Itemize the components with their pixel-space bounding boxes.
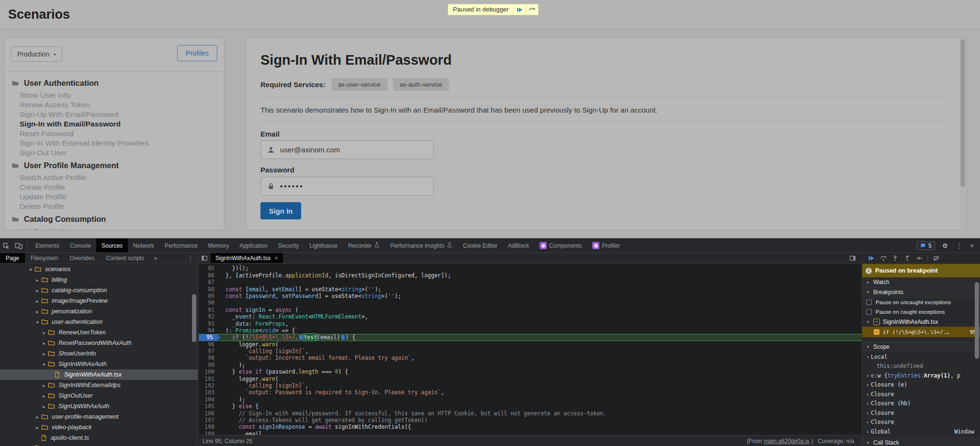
step-button[interactable] (913, 253, 925, 263)
line-number[interactable]: 90 (199, 299, 221, 306)
code-content[interactable]: logger.warn( (221, 376, 279, 382)
code-content[interactable]: const [password, setPassword] = useState… (221, 293, 401, 299)
more-options-button[interactable]: ⋮ (955, 241, 964, 250)
deactivate-breakpoints-button[interactable] (930, 253, 942, 263)
line-number[interactable]: 105 (199, 403, 221, 410)
tab-application[interactable]: Application (234, 239, 273, 252)
line-number[interactable]: 91 (199, 307, 221, 313)
line-number[interactable]: 106 (199, 410, 221, 417)
tree-folder-user-profile-management[interactable]: ▸user-profile-management (0, 412, 198, 422)
sidebar-item-sign-in-with-email-password[interactable]: Sign-In with Email/Password (20, 119, 224, 129)
password-field[interactable]: •••••• (260, 177, 434, 195)
toggle-debugger-sidebar-icon[interactable] (846, 255, 859, 262)
tab-network[interactable]: Network (128, 239, 159, 252)
sidebar-item-update-profile[interactable]: Update Profile (20, 192, 224, 202)
scope-row[interactable]: ▸GlobalWindow (862, 427, 980, 436)
tab-memory[interactable]: Memory (203, 239, 234, 252)
code-content[interactable]: const signInResponse = await signInWithC… (221, 423, 411, 430)
step-over-button[interactable] (526, 4, 538, 15)
sidebar-item-delete-profile[interactable]: Delete Profile (20, 202, 224, 211)
navigator-menu-button[interactable]: ⋮ (183, 254, 198, 262)
scope-row[interactable]: ▸Closure (862, 408, 980, 418)
line-number[interactable]: 101 (199, 376, 221, 382)
line-number[interactable]: 107 (199, 417, 221, 423)
watch-section-header[interactable]: ▸ Watch (862, 277, 980, 287)
tree-file-apollo-client-ts[interactable]: apollo-client.ts (0, 433, 198, 443)
breakpoint-file-group[interactable]: ▾ ‹› SignInWithAxAuth.tsx (862, 317, 980, 327)
close-devtools-button[interactable]: × (968, 241, 976, 250)
tab-adblock[interactable]: AdBlock (503, 239, 534, 252)
sidebar-item-list-catalog-items[interactable]: List Catalog Items (20, 227, 224, 230)
sidebar-item-renew-access-token[interactable]: Renew Access Token (20, 100, 224, 110)
tab-components[interactable]: Components (534, 239, 587, 252)
checkbox-checked[interactable]: ✓ (874, 329, 879, 335)
code-content[interactable]: } else if (password.length === 0) { (221, 368, 348, 375)
code-content[interactable]: ); (221, 396, 246, 403)
scope-row[interactable]: ▸Closure (862, 389, 980, 399)
line-number[interactable]: 97 (199, 348, 221, 355)
step-over-button[interactable] (877, 253, 889, 263)
tree-folder-personalization[interactable]: ▸personalization (0, 306, 198, 317)
tab-performance[interactable]: Performance (159, 239, 203, 252)
scope-row[interactable]: ▸Closure (hb) (862, 399, 980, 409)
line-number[interactable]: 104 (199, 396, 221, 403)
checkbox-unchecked[interactable] (866, 299, 872, 305)
line-number[interactable]: 99 (199, 362, 221, 368)
more-tabs-button[interactable]: » (150, 255, 161, 262)
code-content[interactable]: }, [activeProfile.applicationId, isDirec… (221, 272, 451, 279)
tree-folder-signoutuser[interactable]: ▸SignOutUser (0, 390, 198, 401)
tab-elements[interactable]: Elements (30, 239, 65, 252)
line-number[interactable]: 96 (199, 341, 221, 348)
tree-folder-video-playback[interactable]: ▸video-playback (0, 422, 198, 433)
line-number[interactable]: 95 (199, 334, 221, 341)
call-stack-section-header[interactable]: ▾ Call Stack (862, 438, 980, 446)
panel-scrollbar[interactable] (960, 39, 966, 229)
code-content[interactable]: email, (221, 431, 265, 435)
sidebar-item-reset-password[interactable]: Reset Password (20, 129, 224, 138)
tree-folder-image-imagepreview[interactable]: ▸image/ImagePreview (0, 296, 198, 306)
code-content[interactable]: _event: React.FormEvent<HTMLFormElement>… (221, 313, 368, 320)
tree-folder-showuserinfo[interactable]: ▸ShowUserInfo (0, 348, 198, 359)
code-content[interactable] (221, 299, 225, 306)
line-number[interactable]: 98 (199, 355, 221, 361)
breakpoint-entry[interactable]: ✓ if (!/\S+@\S+\.\S+/.… 95 (862, 327, 980, 337)
sidebar-item-sign-out-user[interactable]: Sign-Out User (20, 148, 224, 158)
tab-sources[interactable]: Sources (96, 239, 128, 252)
line-number[interactable]: 89 (199, 293, 221, 299)
profiles-button[interactable]: Profiles (177, 45, 217, 61)
sign-in-button[interactable]: Sign In (260, 202, 301, 219)
line-number[interactable]: 103 (199, 389, 221, 396)
close-tab-icon[interactable]: × (274, 254, 278, 262)
sidebar-item-sign-up-with-email-password[interactable]: Sign-Up With Email/Password (20, 110, 224, 119)
sidebar-item-create-profile[interactable]: Create Profile (20, 183, 224, 192)
tree-folder-signinwithexternalidps[interactable]: ▸SignInWithExternalIdps (0, 380, 198, 390)
sidebar-group-user-authentication[interactable]: User Authentication (4, 77, 224, 89)
code-content[interactable]: logger.warn( (221, 341, 279, 348)
scope-section-header[interactable]: ▾ Scope (862, 342, 980, 351)
checkbox-unchecked[interactable] (866, 309, 872, 315)
device-toolbar-button[interactable] (12, 239, 25, 252)
tree-folder-catalog-consumption[interactable]: ▸catalog-consumption (0, 285, 198, 296)
sidebar-group-catalog-consumption[interactable]: Catalog Consumption (4, 213, 224, 225)
line-number[interactable]: 102 (199, 382, 221, 389)
code-content[interactable]: const signIn = async ( (221, 307, 298, 313)
sidebar-item-show-user-info[interactable]: Show User Info (20, 91, 224, 100)
line-number[interactable]: 94 (199, 327, 221, 334)
code-content[interactable]: _data: FormProps, (221, 320, 289, 327)
tab-console[interactable]: Console (65, 239, 96, 252)
source-map-link[interactable]: main.a620de0a.js (764, 438, 810, 445)
scope-row[interactable]: ▸Closure (862, 418, 980, 427)
environment-select[interactable]: Production ▾ (11, 46, 62, 62)
code-content[interactable]: ): Promise<void> => { (221, 327, 295, 334)
debugger-scrollbar[interactable] (975, 282, 979, 359)
tree-folder-resetpasswordwithaxauth[interactable]: ▸ResetPasswordWithAxAuth (0, 338, 198, 348)
pause-uncaught-exceptions-option[interactable]: Pause on uncaught exceptions (862, 297, 980, 307)
tree-folder-scenarios[interactable]: ▾scenarios (0, 264, 198, 274)
code-content[interactable]: `calling [signIn]`, (221, 348, 308, 355)
resume-button[interactable] (865, 253, 877, 263)
line-number[interactable]: 93 (199, 320, 221, 327)
code-content[interactable]: `output: Incorrect email format. Please … (221, 355, 415, 361)
issues-counter[interactable]: 5 (917, 241, 935, 250)
code-content[interactable]: // Access-Tokens will get generated by c… (221, 417, 428, 423)
resume-script-button[interactable] (513, 4, 526, 15)
